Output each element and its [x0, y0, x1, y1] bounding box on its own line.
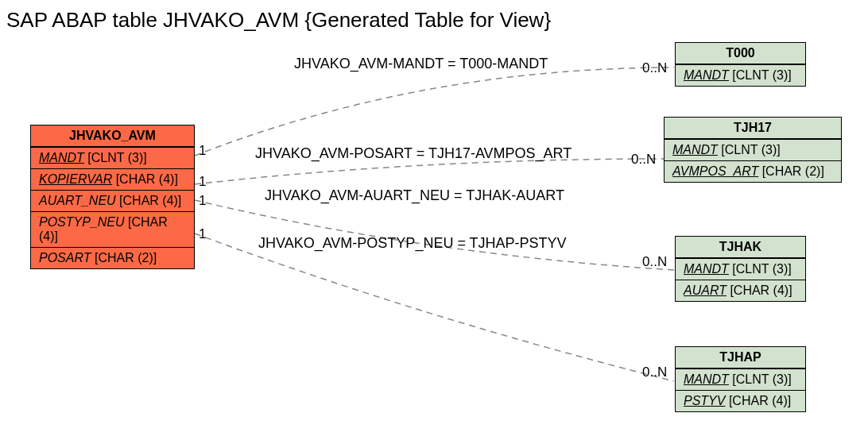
entity-tjhak: TJHAK MANDT [CLNT (3)] AUART [CHAR (4)]: [675, 236, 806, 302]
cardinality: 1: [199, 226, 206, 242]
diagram-canvas: SAP ABAP table JHVAKO_AVM {Generated Tab…: [0, 0, 868, 436]
entity-header: TJHAP: [676, 347, 805, 368]
entity-t000: T000 MANDT [CLNT (3)]: [675, 42, 806, 87]
relation-label: JHVAKO_AVM-MANDT = T000-MANDT: [294, 56, 548, 72]
entity-header: T000: [676, 43, 805, 64]
cardinality: 0..N: [642, 254, 667, 270]
field-row: AUART_NEU [CHAR (4)]: [31, 190, 194, 211]
field-row: AUART [CHAR (4)]: [676, 280, 805, 301]
cardinality: 0..N: [642, 60, 667, 76]
entity-header: JHVAKO_AVM: [31, 125, 194, 147]
diagram-title: SAP ABAP table JHVAKO_AVM {Generated Tab…: [6, 8, 551, 33]
cardinality: 1: [199, 174, 206, 190]
cardinality: 1: [199, 143, 206, 159]
field-row: MANDT [CLNT (3)]: [676, 64, 805, 86]
entity-header: TJHAK: [676, 237, 805, 258]
field-row: AVMPOS_ART [CHAR (2)]: [665, 160, 841, 182]
field-row: MANDT [CLNT (3)]: [31, 147, 194, 168]
field-row: PSTYV [CHAR (4)]: [676, 390, 805, 411]
entity-jhvako-avm: JHVAKO_AVM MANDT [CLNT (3)] KOPIERVAR [C…: [30, 125, 195, 269]
cardinality: 1: [199, 193, 206, 209]
relation-label: JHVAKO_AVM-POSTYP_NEU = TJHAP-PSTYV: [258, 235, 567, 252]
entity-header: TJH17: [665, 118, 841, 139]
cardinality: 0..N: [631, 152, 656, 168]
field-row: POSTYP_NEU [CHAR (4)]: [31, 211, 194, 247]
relation-label: JHVAKO_AVM-AUART_NEU = TJHAK-AUART: [265, 187, 564, 204]
field-row: MANDT [CLNT (3)]: [676, 258, 805, 280]
relation-label: JHVAKO_AVM-POSART = TJH17-AVMPOS_ART: [255, 145, 572, 162]
field-row: MANDT [CLNT (3)]: [676, 368, 805, 390]
field-row: KOPIERVAR [CHAR (4)]: [31, 168, 194, 190]
entity-tjhap: TJHAP MANDT [CLNT (3)] PSTYV [CHAR (4)]: [675, 346, 806, 412]
cardinality: 0..N: [642, 365, 667, 380]
field-row: MANDT [CLNT (3)]: [665, 139, 841, 160]
entity-tjh17: TJH17 MANDT [CLNT (3)] AVMPOS_ART [CHAR …: [664, 117, 842, 183]
field-row: POSART [CHAR (2)]: [31, 247, 194, 268]
